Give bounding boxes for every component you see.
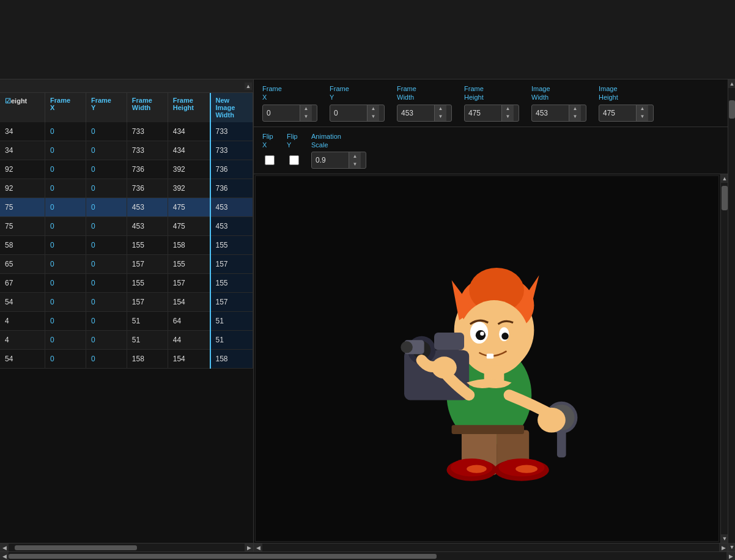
animation-scale-group: Animation Scale 0.9 ▲ ▼ — [311, 132, 366, 169]
table-row[interactable]: 5800155158155 — [0, 236, 253, 255]
table-bottom-scroll[interactable]: ◀ ▶ — [0, 543, 253, 551]
cell-new-image-width: 736 — [210, 179, 253, 198]
cell-new-image-width: 733 — [210, 141, 253, 160]
frame-height-group: Frame Height 475 ▲ ▼ — [464, 84, 519, 122]
image-width-down[interactable]: ▼ — [569, 113, 581, 121]
app-scroll-up[interactable]: ▲ — [728, 79, 735, 88]
top-bar — [0, 0, 735, 79]
table-row[interactable]: 3400733434733 — [0, 122, 253, 141]
table-row[interactable]: 5400158154158 — [0, 350, 253, 369]
cell-frame-width: 453 — [127, 217, 168, 236]
preview-scroll-thumb[interactable] — [722, 186, 728, 210]
frame-height-spinner[interactable]: 475 ▲ ▼ — [464, 105, 519, 122]
animation-scale-input[interactable]: 0.9 — [312, 155, 349, 166]
cell-frame-height: 64 — [168, 312, 210, 331]
cell-frame-height: 44 — [168, 331, 210, 350]
table-row[interactable]: 400516451 — [0, 312, 253, 331]
scroll-up-arrow[interactable]: ▲ — [245, 83, 252, 90]
animation-scale-up[interactable]: ▲ — [349, 152, 361, 160]
preview-scroll-left[interactable]: ◀ — [254, 543, 262, 552]
preview-scroll-up[interactable]: ▲ — [721, 174, 728, 183]
preview-scroll-down[interactable]: ▼ — [721, 534, 728, 543]
scroll-right-arrow[interactable]: ▶ — [245, 543, 253, 552]
cell-frame-height: 392 — [168, 179, 210, 198]
col-weight: ☑eight — [0, 93, 45, 122]
col-new-image-width: NewImageWidth — [210, 93, 253, 122]
frame-y-input[interactable]: 0 — [330, 108, 367, 119]
app-right-scrollbar[interactable]: ▲ ▼ — [728, 79, 735, 551]
image-width-spinner[interactable]: 453 ▲ ▼ — [531, 105, 586, 122]
image-height-input[interactable]: 475 — [599, 108, 636, 119]
table-row[interactable]: 400514451 — [0, 331, 253, 350]
cell-new-image-width: 51 — [210, 331, 253, 350]
scroll-left-arrow[interactable]: ◀ — [0, 543, 9, 552]
table-row[interactable]: 9200736392736 — [0, 179, 253, 198]
frame-width-up[interactable]: ▲ — [434, 105, 446, 113]
preview-right-scrollbar[interactable]: ▲ ▼ — [720, 174, 728, 543]
frame-y-down[interactable]: ▼ — [367, 113, 379, 121]
frame-x-spinner[interactable]: 0 ▲ ▼ — [262, 105, 317, 122]
image-height-spinner[interactable]: 475 ▲ ▼ — [599, 105, 654, 122]
cell-frame-width: 155 — [127, 274, 168, 293]
frame-x-up[interactable]: ▲ — [300, 105, 312, 113]
frame-width-input[interactable]: 453 — [397, 108, 434, 119]
cell-weight: 75 — [0, 198, 45, 217]
frame-height-up[interactable]: ▲ — [501, 105, 514, 113]
image-width-up[interactable]: ▲ — [569, 105, 581, 113]
frame-x-input[interactable]: 0 — [263, 108, 300, 119]
cell-weight: 54 — [0, 293, 45, 312]
image-height-up[interactable]: ▲ — [636, 105, 648, 113]
flip-y-checkbox[interactable] — [289, 155, 299, 165]
table-row[interactable]: 6700155157155 — [0, 274, 253, 293]
animation-scale-label: Animation Scale — [311, 132, 366, 150]
scroll-track — [9, 545, 245, 551]
cell-weight: 34 — [0, 122, 45, 141]
frame-height-input[interactable]: 475 — [465, 108, 501, 119]
image-width-input[interactable]: 453 — [532, 108, 569, 119]
cell-new-image-width: 157 — [210, 293, 253, 312]
table-header-row: ☑eight FrameX FrameY FrameWidth — [0, 93, 253, 122]
app-scroll-thumb[interactable] — [729, 100, 735, 119]
preview-bottom-scroll[interactable]: ◀ ▶ — [254, 543, 728, 551]
cell-new-image-width: 155 — [210, 274, 253, 293]
app-scroll-thumb-h[interactable] — [9, 554, 437, 559]
animation-scale-spinner[interactable]: 0.9 ▲ ▼ — [311, 152, 366, 169]
table-row[interactable]: 7500453475453 — [0, 198, 253, 217]
app-bottom-scroll[interactable]: ◀ ▶ — [0, 551, 735, 560]
table-row[interactable]: 5400157154157 — [0, 293, 253, 312]
app-scroll-left[interactable]: ◀ — [0, 552, 9, 561]
controls-row-2: Flip X Flip Y Animation Scale 0 — [254, 127, 728, 175]
scroll-thumb[interactable] — [15, 545, 137, 550]
cell-frame-y: 0 — [86, 160, 127, 179]
animation-scale-down[interactable]: ▼ — [349, 160, 361, 168]
app-scroll-right[interactable]: ▶ — [726, 552, 735, 561]
cell-frame-y: 0 — [86, 141, 127, 160]
table-container[interactable]: ☑eight FrameX FrameY FrameWidth — [0, 93, 253, 543]
table-row[interactable]: 7500453475453 — [0, 217, 253, 236]
col-frame-x: FrameX — [45, 93, 86, 122]
cell-frame-height: 155 — [168, 255, 210, 274]
table-row[interactable]: 9200736392736 — [0, 160, 253, 179]
frame-height-down[interactable]: ▼ — [501, 113, 514, 121]
cell-weight: 58 — [0, 236, 45, 255]
flip-x-checkbox[interactable] — [265, 155, 275, 165]
frame-y-up[interactable]: ▲ — [367, 105, 379, 113]
app-scroll-down[interactable]: ▼ — [728, 543, 735, 551]
table-row[interactable]: 3400733434733 — [0, 141, 253, 160]
cell-weight: 4 — [0, 312, 45, 331]
svg-point-24 — [537, 407, 566, 432]
cell-frame-width: 157 — [127, 293, 168, 312]
preview-scroll-track — [262, 545, 719, 551]
svg-point-25 — [431, 356, 456, 378]
image-height-group: Image Height 475 ▲ ▼ — [599, 84, 654, 122]
table-row[interactable]: 6500157155157 — [0, 255, 253, 274]
frame-width-spinner[interactable]: 453 ▲ ▼ — [397, 105, 452, 122]
frame-x-down[interactable]: ▼ — [300, 113, 312, 121]
frame-y-spinner[interactable]: 0 ▲ ▼ — [330, 105, 385, 122]
preview-scroll-right[interactable]: ▶ — [719, 543, 728, 552]
image-height-down[interactable]: ▼ — [636, 113, 648, 121]
cell-new-image-width: 453 — [210, 198, 253, 217]
frame-width-down[interactable]: ▼ — [434, 113, 446, 121]
cell-frame-x: 0 — [45, 255, 86, 274]
cell-frame-x: 0 — [45, 198, 86, 217]
